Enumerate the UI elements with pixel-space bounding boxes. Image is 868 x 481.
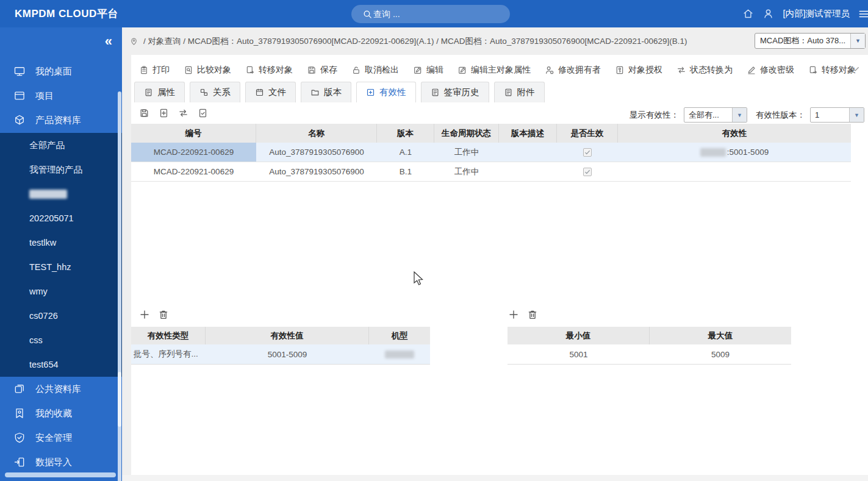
- tab-review-history[interactable]: 签审历史: [421, 82, 489, 102]
- transfer-object-button[interactable]: 转移对象: [245, 65, 293, 76]
- validity-main-table: 编号 名称 版本 生命周期状态 版本描述 是否生效 有效性 MCAD-22092…: [131, 124, 851, 182]
- tab-validity[interactable]: 有效性: [356, 82, 416, 102]
- global-search[interactable]: [351, 5, 510, 23]
- sidebar-vertical-scrollbar[interactable]: [118, 91, 121, 481]
- compare-object-button[interactable]: 比较对象: [184, 65, 231, 76]
- validity-icon: [366, 88, 375, 97]
- dropdown-arrow-icon[interactable]: ▼: [849, 108, 864, 122]
- col-header-code[interactable]: 编号: [131, 124, 256, 143]
- col-header-version-desc[interactable]: 版本描述: [499, 124, 557, 143]
- submenu-item-test654[interactable]: test654: [0, 352, 122, 377]
- submenu-item-test-hhz[interactable]: TEST_hhz: [0, 255, 122, 279]
- transfer-object-button-2[interactable]: 转移对象: [808, 65, 856, 76]
- tab-versions[interactable]: 版本: [301, 82, 351, 102]
- table-row[interactable]: 批号、序列号有... 5001-5009: [131, 344, 430, 365]
- validate-document-icon[interactable]: [198, 108, 208, 118]
- breadcrumb-bar: / 对象查询 / MCAD图档：Auto_3787919305076900[MC…: [122, 27, 868, 55]
- sidebar-item-security[interactable]: 安全管理: [0, 426, 122, 450]
- tab-attributes[interactable]: 属性: [134, 82, 185, 102]
- sidebar-main-menu: 我的桌面 项目 产品资料库: [0, 59, 122, 132]
- change-secrecy-button[interactable]: 修改密级: [747, 65, 794, 76]
- save-icon: [307, 65, 317, 75]
- col-header-min[interactable]: 最小值: [508, 327, 650, 344]
- save-button[interactable]: 保存: [307, 65, 337, 76]
- validity-version-dropdown[interactable]: 1 ▼: [810, 107, 864, 123]
- submenu-item-wmy[interactable]: wmy: [0, 279, 122, 304]
- table-header-row: 有效性类型 有效性值 机型: [131, 327, 430, 344]
- breadcrumb[interactable]: / 对象查询 / MCAD图档：Auto_3787919305076900[MC…: [143, 36, 687, 47]
- validity-version-label: 有效性版本：: [756, 110, 805, 121]
- col-header-max[interactable]: 最大值: [650, 327, 791, 344]
- object-selector-dropdown[interactable]: MCAD图档：Auto 378... ▼: [755, 33, 866, 49]
- transfer-icon: [245, 65, 255, 75]
- scrollbar-thumb[interactable]: [118, 372, 121, 427]
- dropdown-arrow-icon[interactable]: ▼: [850, 34, 865, 48]
- tab-attachments[interactable]: 附件: [494, 82, 545, 102]
- submenu-item-css[interactable]: css: [0, 328, 122, 352]
- edit-master-attrs-button[interactable]: 编辑主对象属性: [457, 65, 531, 76]
- home-icon[interactable]: [742, 8, 754, 20]
- col-header-lifecycle[interactable]: 生命周期状态: [434, 124, 499, 143]
- sidebar-item-project[interactable]: 项目: [0, 84, 122, 108]
- range-table: 最小值 最大值 5001 5009: [508, 327, 791, 365]
- edit-master-attrs-icon: [457, 65, 467, 75]
- col-header-model[interactable]: 机型: [369, 327, 430, 344]
- save-validity-icon[interactable]: [139, 108, 149, 118]
- submenu-item-redacted[interactable]: [0, 182, 122, 206]
- dropdown-arrow-icon[interactable]: ▼: [732, 108, 747, 122]
- trash-icon[interactable]: [158, 309, 169, 320]
- user-icon[interactable]: [762, 8, 774, 20]
- col-header-validity-value[interactable]: 有效性值: [206, 327, 369, 344]
- sidebar-item-favorites[interactable]: 我的收藏: [0, 401, 122, 426]
- change-secrecy-icon: [747, 65, 756, 75]
- sidebar-item-product-library[interactable]: 产品资料库: [0, 108, 122, 132]
- table-row[interactable]: MCAD-220921-00629 Auto_3787919305076900 …: [131, 143, 851, 162]
- sidebar-item-public-library[interactable]: 公共资料库: [0, 377, 122, 401]
- application-window: KMPDM CLOUD平台 [内部]测试管理员 « 我的桌面 项目: [0, 0, 868, 481]
- submenu-item-all-products[interactable]: 全部产品: [0, 133, 122, 157]
- table-row[interactable]: MCAD-220921-00629 Auto_3787919305076900 …: [131, 162, 851, 182]
- table-row[interactable]: 5001 5009: [508, 344, 791, 365]
- col-header-name[interactable]: 名称: [256, 124, 377, 143]
- search-input[interactable]: [373, 9, 501, 19]
- submenu-item-202205071[interactable]: 202205071: [0, 206, 122, 230]
- col-header-validity-type[interactable]: 有效性类型: [131, 327, 206, 344]
- col-header-version[interactable]: 版本: [377, 124, 434, 143]
- product-library-submenu: 全部产品 我管理的产品 202205071 testlkw TEST_hhz w…: [0, 133, 122, 377]
- status-transition-button[interactable]: 状态转换为: [676, 65, 733, 76]
- show-validity-dropdown[interactable]: 全部有... ▼: [684, 107, 747, 123]
- submenu-item-testlkw[interactable]: testlkw: [0, 230, 122, 255]
- submenu-item-my-managed-products[interactable]: 我管理的产品: [0, 157, 122, 182]
- desktop-icon: [13, 65, 26, 77]
- edit-button[interactable]: 编辑: [413, 65, 443, 76]
- detail-tabs: 属性 关系 文件 版本 有效性 签审历史 附件: [134, 82, 545, 102]
- object-authorize-button[interactable]: 对象授权: [615, 65, 662, 76]
- cancel-checkout-button[interactable]: 取消检出: [351, 65, 399, 76]
- search-icon: [362, 9, 373, 20]
- sidebar-collapse-button[interactable]: «: [105, 34, 112, 49]
- menu-icon[interactable]: [858, 9, 868, 20]
- sidebar-item-data-import[interactable]: 数据导入: [0, 450, 122, 474]
- trash-icon[interactable]: [527, 309, 538, 320]
- col-header-validity[interactable]: 有效性: [618, 124, 851, 143]
- add-icon[interactable]: [139, 309, 150, 320]
- col-header-effective[interactable]: 是否生效: [557, 124, 618, 143]
- top-header: KMPDM CLOUD平台 [内部]测试管理员: [0, 0, 868, 27]
- add-icon[interactable]: [508, 309, 519, 320]
- current-user-label: [内部]测试管理员: [783, 8, 850, 20]
- tab-files[interactable]: 文件: [245, 82, 296, 102]
- add-document-icon[interactable]: [159, 108, 169, 118]
- versions-icon: [310, 88, 320, 97]
- change-owner-button[interactable]: 修改拥有者: [545, 65, 601, 76]
- sidebar-item-my-desktop[interactable]: 我的桌面: [0, 59, 122, 84]
- submenu-item-cs0726[interactable]: cs0726: [0, 304, 122, 328]
- bottom-scrollbar-track[interactable]: [122, 475, 868, 481]
- redacted-text: [385, 351, 414, 358]
- effective-checkbox[interactable]: [583, 148, 592, 157]
- print-button[interactable]: 打印: [139, 65, 170, 76]
- swap-icon[interactable]: [178, 108, 188, 118]
- tab-relations[interactable]: 关系: [190, 82, 240, 102]
- sidebar-horizontal-scrollbar[interactable]: [5, 472, 116, 477]
- toolbar-expand-chevron-icon[interactable]: [850, 63, 861, 74]
- effective-checkbox[interactable]: [583, 168, 592, 176]
